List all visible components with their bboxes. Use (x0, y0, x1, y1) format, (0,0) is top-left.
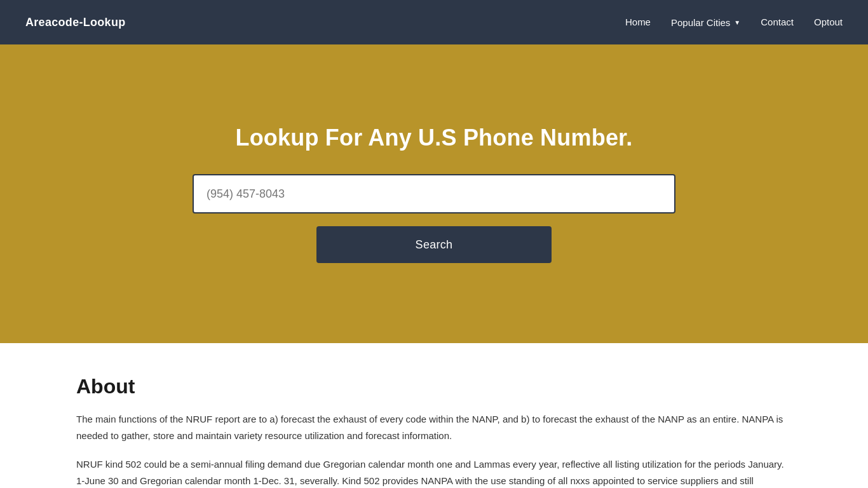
search-container: Search (193, 174, 675, 263)
nav-link-contact[interactable]: Contact (761, 17, 794, 27)
navbar-nav: Home Popular Cities ▼ Contact Optout (625, 17, 843, 28)
nav-link-popular-cities[interactable]: Popular Cities ▼ (671, 17, 740, 28)
nav-item-home[interactable]: Home (625, 17, 651, 28)
chevron-down-icon: ▼ (734, 19, 740, 26)
about-section: About The main functions of the NRUF rep… (0, 343, 868, 488)
about-title: About (76, 375, 792, 398)
about-paragraph-1: The main functions of the NRUF report ar… (76, 411, 792, 444)
search-input[interactable] (193, 174, 675, 214)
nav-link-optout[interactable]: Optout (814, 17, 843, 27)
about-paragraph-2: NRUF kind 502 could be a semi-annual fil… (76, 456, 792, 488)
search-button[interactable]: Search (316, 226, 552, 263)
nav-item-popular-cities[interactable]: Popular Cities ▼ (671, 17, 740, 28)
nav-item-optout[interactable]: Optout (814, 17, 843, 28)
hero-title: Lookup For Any U.S Phone Number. (235, 125, 632, 151)
navbar-brand[interactable]: Areacode-Lookup (25, 16, 126, 29)
navbar: Areacode-Lookup Home Popular Cities ▼ Co… (0, 0, 868, 44)
nav-item-contact[interactable]: Contact (761, 17, 794, 28)
nav-link-home[interactable]: Home (625, 17, 651, 27)
hero-section: Lookup For Any U.S Phone Number. Search (0, 44, 868, 343)
